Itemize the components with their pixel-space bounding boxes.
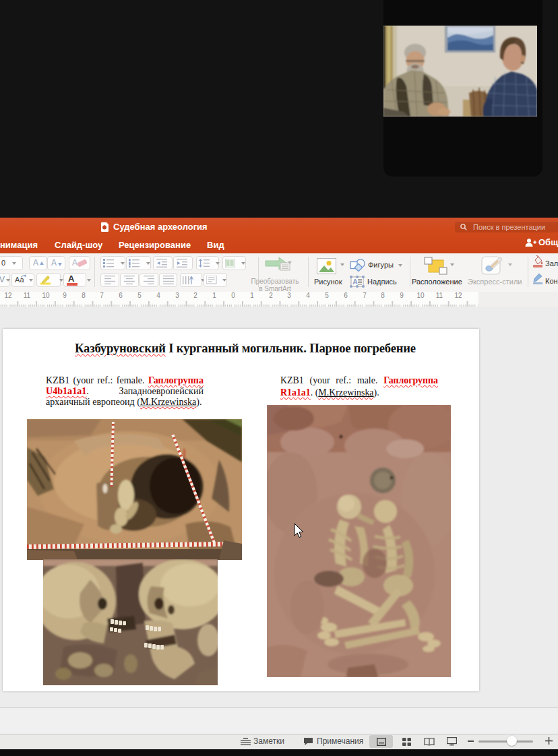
svg-text:A: A [352,278,358,286]
